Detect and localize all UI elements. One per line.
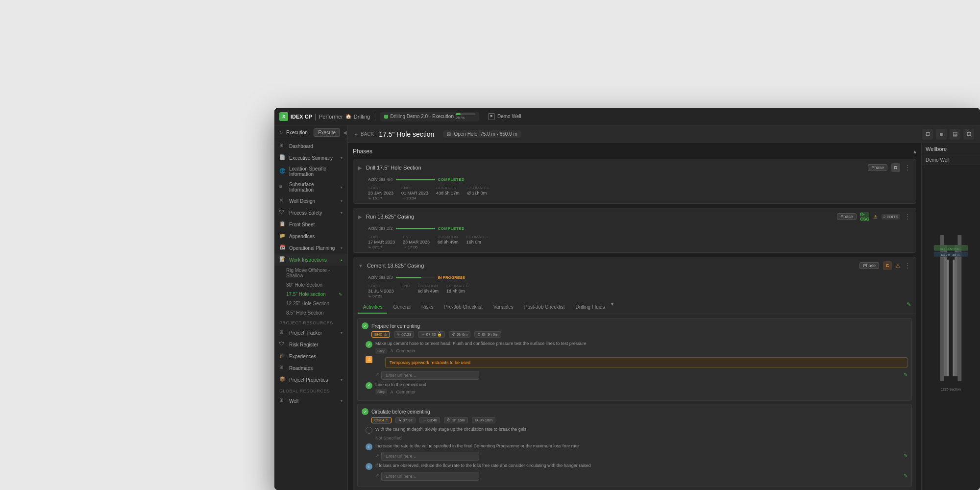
sidebar-sub-30-hole[interactable]: 30" Hole Section [274, 280, 347, 290]
well-design-icon: ✕ [279, 197, 286, 204]
sidebar-item-project-tracker[interactable]: ⊞ Project Tracker ▾ [274, 327, 347, 339]
sub-item-desc: With the casing at depth, slowly stage u… [375, 426, 526, 433]
sub-item-desc: Line up to the cement unit [375, 382, 426, 388]
circulate-sub-3: i If losses are observed, reduce the flo… [366, 463, 907, 481]
logo-icon: S [279, 112, 288, 121]
activity-check-icon: ✓ [362, 408, 368, 415]
tab-general[interactable]: General [388, 301, 416, 314]
edit-button-2[interactable]: ✎ [904, 453, 907, 458]
depth-range: 75.0 m - 850.0 m [480, 131, 517, 137]
sidebar-item-work-instructions[interactable]: 📝 Work Instructions ▴ [274, 254, 347, 266]
circulate-sub-1: With the casing at depth, slowly stage u… [366, 426, 907, 441]
wellbore-svg: Csg 13.5mm D... 130 D m - 350 R... 1225 … [922, 165, 980, 490]
settings-icon[interactable]: ⊞ [963, 129, 974, 140]
sidebar-sub-rig-move[interactable]: Rig Move Offshore - Shallow [274, 266, 347, 280]
phase-card-header[interactable]: ▶ Run 13.625" Casing Phase R-CSG ⚠ 2 EDI… [353, 208, 916, 225]
work-instructions-icon: 📝 [279, 256, 286, 263]
table-view-icon[interactable]: ▤ [950, 129, 960, 140]
estimated-label: ESTIMATED [446, 284, 468, 288]
sidebar-item-process-safety[interactable]: 🛡 Process Safety ▾ [274, 207, 347, 219]
global-resources-header: Global Resources [274, 386, 347, 395]
start-date: 23 JAN 2023 [368, 191, 393, 196]
sidebar-item-subsurface[interactable]: ≡ Subsurface Information ▾ [274, 179, 347, 195]
edit-pencil-icon[interactable]: ✎ [906, 301, 911, 314]
sidebar-item-experiences[interactable]: 🎓 Experiences [274, 350, 347, 362]
phase-card-header[interactable]: ▼ Cement 13.625" Casing Phase C ⚠ ⋮ [353, 257, 916, 274]
grid-view-icon[interactable]: ⊟ [922, 129, 933, 140]
phase-progress: Activities 4/4 COMPLETED [353, 176, 916, 184]
right-side: ← BACK 17.5" Hole section ⊞ Open Hole 75… [348, 125, 980, 490]
svg-rect-3 [955, 245, 957, 376]
content-area: Phases ▴ ▶ Drill 17.5" Hole Section Phas… [348, 143, 980, 490]
more-options-icon[interactable]: ⋮ [904, 164, 911, 172]
sidebar: ↻ Execution Execute ◀ ⊞ Dashboard 📄 Exec… [274, 125, 348, 490]
phase-card-header[interactable]: ▶ Drill 17.5" Hole Section Phase D ⋮ [353, 159, 916, 176]
start-date: 31 JUN 2023 [368, 289, 394, 294]
phase-letter: C [883, 261, 892, 270]
more-options-icon[interactable]: ⋮ [904, 213, 911, 220]
executive-summary-icon: 📄 [279, 154, 286, 161]
step-row: Step A Cementer [375, 389, 426, 394]
phase-expand-icon[interactable]: ▶ [358, 214, 362, 220]
sidebar-item-front-sheet[interactable]: 📋 Front Sheet [274, 219, 347, 230]
sidebar-sub-1225-hole[interactable]: 12.25" Hole Section [274, 299, 347, 308]
estimated-label: ESTIMATED [467, 186, 490, 190]
sidebar-item-executive-summary[interactable]: 📄 Executive Summary ▾ [274, 152, 347, 164]
wellbore-title: Wellbore [922, 143, 980, 155]
sidebar-sub-label: 8.5" Hole Section [286, 310, 324, 316]
phases-collapse-button[interactable]: ▴ [913, 148, 916, 155]
url-input-3[interactable] [381, 472, 479, 481]
url-input-2[interactable] [381, 452, 479, 461]
activities-body: ✓ Prepare for cementing BHC ⚠ ↳ 07:23 → … [353, 314, 916, 490]
bhc-badge: BHC ⚠ [371, 331, 390, 338]
sidebar-item-dashboard[interactable]: ⊞ Dashboard [274, 140, 347, 152]
sidebar-label-front-sheet: Front Sheet [289, 222, 315, 227]
tab-post-job[interactable]: Post-Job Checklist [519, 301, 570, 314]
project-properties-icon: 📦 [279, 376, 286, 383]
open-hole-icon: ⊞ [447, 131, 451, 137]
sidebar-item-risk-register[interactable]: 🛡 Risk Register [274, 339, 347, 350]
estimated-value: 1d 4h 0m [446, 289, 468, 294]
well-selector[interactable]: ⚑ Demo Well [488, 113, 521, 120]
sub-item-1: ✓ Make up cement hose to cement head. Fl… [366, 341, 907, 354]
tab-pre-job[interactable]: Pre-Job Checklist [439, 301, 487, 314]
sidebar-item-operational-planning[interactable]: 📅 Operational Planning ▾ [274, 242, 347, 254]
sidebar-collapse-icon[interactable]: ◀ [343, 130, 347, 135]
sidebar-sub-85-hole[interactable]: 8.5" Hole Section [274, 308, 347, 318]
edit-icon[interactable]: ✎ [339, 292, 343, 297]
sidebar-sub-175-hole[interactable]: 17.5" Hole section ✎ [274, 290, 347, 299]
sidebar-label-well-design: Well Design [289, 198, 315, 204]
step-row: Step A Cementer [375, 348, 587, 354]
tab-risks[interactable]: Risks [416, 301, 438, 314]
svg-rect-0 [940, 235, 944, 381]
sidebar-item-roadmaps[interactable]: ⊞ Roadmaps [274, 362, 347, 374]
edit-button-3[interactable]: ✎ [904, 473, 907, 478]
sidebar-item-well[interactable]: ⊞ Well ▾ [274, 395, 347, 407]
phase-expand-icon[interactable]: ▼ [358, 263, 363, 269]
circle-icon [366, 427, 372, 434]
back-button[interactable]: ← BACK [354, 131, 374, 137]
more-options-icon[interactable]: ⋮ [904, 262, 911, 270]
edit-button-1[interactable]: ✎ [904, 372, 907, 377]
sidebar-item-location[interactable]: 🌐 Location Specific Information [274, 164, 347, 179]
execute-button[interactable]: Execute [314, 128, 340, 137]
circulate-sub-2: i Increase the rate to the value specifi… [366, 443, 907, 461]
info-icon-2: i [366, 463, 372, 470]
list-view-icon[interactable]: ≡ [936, 129, 947, 140]
sidebar-item-appendices[interactable]: 📁 Appendices [274, 230, 347, 242]
sidebar-item-project-properties[interactable]: 📦 Project Properties ▾ [274, 374, 347, 386]
process-safety-icon: 🛡 [279, 209, 286, 216]
tab-variables[interactable]: Variables [489, 301, 518, 314]
csgi-badge: CSGI ⚠ [371, 417, 392, 423]
sidebar-label-risk-register: Risk Register [289, 342, 318, 347]
estimated-value: 16h 0m [466, 240, 489, 245]
url-input-1[interactable] [381, 371, 479, 380]
duration-value: 6d 9h 49m [417, 289, 439, 294]
tab-drilling-fluids[interactable]: Drilling Fluids [571, 301, 610, 314]
phase-expand-icon[interactable]: ▶ [358, 165, 362, 171]
duration-label: DURATION [436, 186, 460, 190]
drilling-demo-tab[interactable]: Drilling Demo 2.0 - Execution 25 % [380, 112, 479, 122]
sub-item-3: ✓ Line up to the cement unit Step A Ceme… [366, 382, 907, 395]
tab-activities[interactable]: Activities [358, 301, 387, 314]
sidebar-item-well-design[interactable]: ✕ Well Design ▾ [274, 195, 347, 207]
